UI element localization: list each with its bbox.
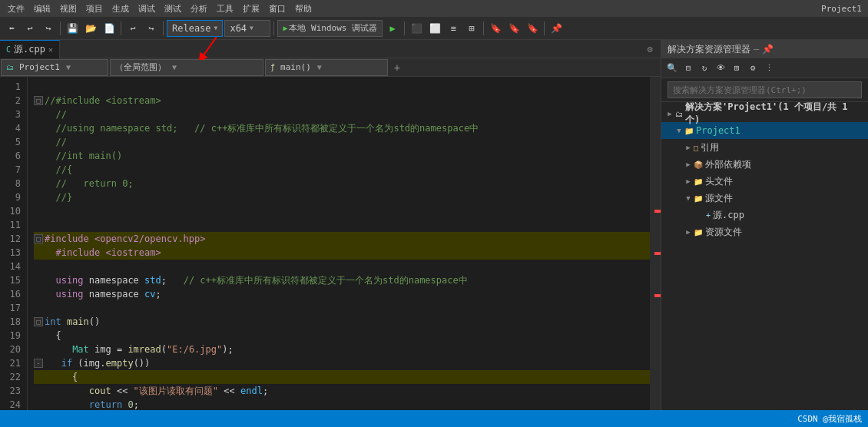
toolbar-misc1[interactable]: ⬛ (408, 20, 425, 37)
tab-close-btn[interactable]: ✕ (48, 45, 53, 54)
separator-2 (121, 22, 121, 35)
menu-project[interactable]: 项目 (81, 2, 108, 16)
sol-collapse-btn[interactable]: ⊟ (681, 61, 696, 76)
menu-build[interactable]: 生成 (108, 2, 134, 16)
scope-nav-arrow: ▼ (172, 63, 177, 71)
menu-tools[interactable]: 工具 (212, 2, 238, 16)
run-label: 本地 Windows 调试器 (289, 22, 377, 34)
ln-10: 10 (0, 204, 21, 218)
solution-panel: 解决方案资源管理器 — 📌 🔍 ⊟ ↻ 👁 ⊞ ⚙ ⋮ ▶ 🗂 解决方案'Pro… (661, 40, 868, 427)
code-content[interactable]: □//#include <iostream> // //using namesp… (28, 77, 650, 427)
ext-label: 外部依赖项 (705, 158, 865, 171)
code-line-10 (34, 204, 650, 218)
menu-help[interactable]: 帮助 (290, 2, 316, 16)
sol-settings-btn[interactable]: ⚙ (745, 61, 760, 76)
menu-test[interactable]: 测试 (160, 2, 186, 16)
toolbar-redo[interactable]: ↪ (143, 20, 160, 37)
solution-header: 解决方案资源管理器 — 📌 (661, 40, 868, 58)
sol-search-btn[interactable]: 🔍 (664, 61, 680, 76)
tree-references[interactable]: ▶ □ 引用 (661, 139, 868, 156)
ext-icon: 📦 (694, 161, 703, 169)
toolbar-misc2[interactable]: ⬜ (426, 20, 443, 37)
solution-root-label: 解决方案'Project1'(1 个项目/共 1 个) (685, 102, 865, 127)
toolbar-bookmark3[interactable]: 🔖 (524, 20, 541, 37)
code-line-14 (34, 260, 650, 273)
header-label: 头文件 (705, 175, 865, 188)
toolbar-pin[interactable]: 📌 (548, 20, 565, 37)
toolbar-btn-1[interactable]: ⬅ (3, 20, 20, 37)
solution-search-input[interactable] (668, 81, 862, 98)
menu-debug[interactable]: 调试 (134, 2, 160, 16)
cpp-label: 源.cpp (713, 209, 865, 222)
tab-settings-btn[interactable]: ⚙ (642, 41, 658, 57)
toolbar-run2[interactable]: ▶ (384, 20, 401, 37)
menu-extensions[interactable]: 扩展 (238, 2, 264, 16)
menu-bar: 文件 编辑 视图 项目 生成 调试 测试 分析 工具 扩展 窗口 帮助 (3, 2, 316, 16)
separator-7 (544, 22, 545, 35)
tree-headers[interactable]: ▶ 📁 头文件 (661, 173, 868, 190)
toolbar-undo[interactable]: ↩ (124, 20, 141, 37)
tree-sources[interactable]: ▼ 📁 源文件 (661, 190, 868, 207)
ln-2: 2 (0, 94, 21, 108)
sol-filter-btn[interactable]: ⊞ (729, 61, 744, 76)
tab-icon: C (6, 45, 11, 54)
platform-dropdown[interactable]: x64 ▼ (224, 20, 270, 37)
toolbar-btn-3[interactable]: ↪ (40, 20, 57, 37)
tree-cpp-file[interactable]: + 源.cpp (661, 207, 868, 223)
func-nav-dropdown[interactable]: ƒ main() ▼ (265, 59, 388, 76)
menu-edit[interactable]: 编辑 (29, 2, 55, 16)
code-line-17 (34, 301, 650, 315)
menu-view[interactable]: 视图 (55, 2, 81, 16)
toolbar-bookmark1[interactable]: 🔖 (487, 20, 504, 37)
fold-2[interactable]: □ (34, 96, 43, 105)
resource-arrow: ▶ (683, 228, 694, 236)
tree-resources[interactable]: ▶ 📁 资源文件 (661, 223, 868, 240)
code-line-13: #include <iostream> (34, 246, 650, 260)
toolbar-misc4[interactable]: ⊞ (463, 20, 480, 37)
toolbar-open[interactable]: 📂 (82, 20, 99, 37)
sol-refresh-btn[interactable]: ↻ (697, 61, 712, 76)
run-button[interactable]: ▶ 本地 Windows 调试器 (277, 20, 383, 37)
toolbar-bookmark2[interactable]: 🔖 (505, 20, 522, 37)
project-nav-dropdown[interactable]: 🗂 Project1 ▼ (1, 59, 108, 76)
tree-solution-root[interactable]: ▶ 🗂 解决方案'Project1'(1 个项目/共 1 个) (661, 105, 868, 122)
editor-tab-cpp[interactable]: C 源.cpp ✕ (0, 40, 60, 58)
toolbar-save[interactable]: 💾 (64, 20, 81, 37)
solution-toolbar: 🔍 ⊟ ↻ 👁 ⊞ ⚙ ⋮ (661, 58, 868, 78)
solution-header-close[interactable]: — (754, 44, 759, 55)
code-line-3: // (34, 108, 650, 121)
ln-12: 12 (0, 232, 21, 246)
main-area: C 源.cpp ✕ ⚙ 🗂 Project1 ▼ （全局范围） ▼ ƒ main… (0, 40, 868, 427)
fold-12[interactable]: □ (34, 234, 43, 243)
config-dropdown[interactable]: Release ▼ (167, 20, 223, 37)
menu-window[interactable]: 窗口 (264, 2, 290, 16)
platform-arrow: ▼ (250, 25, 253, 31)
resource-icon: 📁 (694, 228, 703, 237)
ln-22: 22 (0, 370, 21, 384)
toolbar-btn-2[interactable]: ↩ (22, 20, 38, 37)
toolbar-new[interactable]: 📄 (101, 20, 118, 37)
fold-18[interactable]: □ (34, 317, 43, 326)
tree-ext-deps[interactable]: ▶ 📦 外部依赖项 (661, 156, 868, 173)
ln-6: 6 (0, 149, 21, 163)
ln-19: 19 (0, 329, 21, 343)
ln-13: 13 (0, 246, 21, 260)
menu-file[interactable]: 文件 (3, 2, 29, 16)
menu-analyze[interactable]: 分析 (186, 2, 212, 16)
nav-add-btn[interactable]: + (389, 59, 406, 76)
code-line-21: - if (img. empty ()) (34, 356, 650, 370)
toolbar-misc3[interactable]: ≡ (445, 20, 462, 37)
ln-3: 3 (0, 108, 21, 121)
scope-nav-dropdown[interactable]: （全局范围） ▼ (110, 59, 263, 76)
sol-more-btn[interactable]: ⋮ (761, 61, 777, 76)
code-line-22: { (34, 370, 650, 384)
code-line-7: //{ (34, 163, 650, 177)
status-csdn: CSDN @我宿孤栈 (797, 413, 862, 425)
code-line-9: //} (34, 190, 650, 204)
editor-scrollbar[interactable] (650, 77, 661, 427)
solution-header-pin[interactable]: 📌 (762, 44, 774, 55)
code-line-4: //using namespace std; // c++标准库中所有标识符都被… (34, 121, 650, 135)
fold-21[interactable]: - (34, 359, 43, 368)
sol-preview-btn[interactable]: 👁 (713, 61, 728, 76)
code-line-1 (34, 80, 650, 94)
